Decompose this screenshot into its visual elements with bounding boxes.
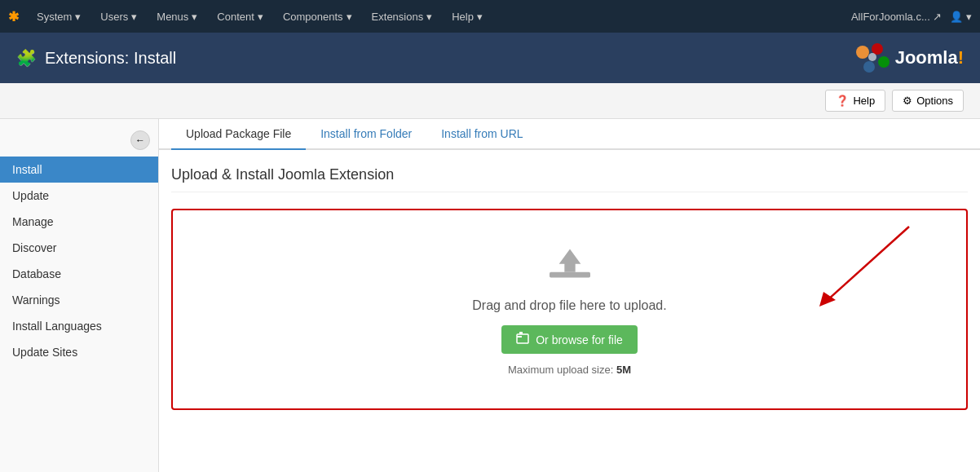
system-chevron-icon: ▾ xyxy=(75,11,81,23)
drag-drop-text: Drag and drop file here to upload. xyxy=(189,298,950,313)
help-button[interactable]: ❓ Help xyxy=(825,90,885,112)
page-header-title-group: 🧩 Extensions: Install xyxy=(16,48,176,68)
sidebar-item-manage[interactable]: Manage xyxy=(0,209,158,235)
svg-point-3 xyxy=(863,61,875,73)
help-chevron-icon: ▾ xyxy=(477,11,483,23)
options-gear-icon: ⚙ xyxy=(903,95,912,107)
upload-icon xyxy=(189,243,950,286)
content-body: Upload & Install Joomla Extension Drag a… xyxy=(159,150,980,426)
max-upload-value: 5M xyxy=(616,364,631,376)
users-chevron-icon: ▾ xyxy=(131,11,137,23)
nav-system[interactable]: System ▾ xyxy=(29,6,89,28)
max-upload-info: Maximum upload size: 5M xyxy=(189,364,950,376)
svg-point-4 xyxy=(868,53,876,61)
svg-rect-7 xyxy=(550,272,590,278)
extensions-puzzle-icon: 🧩 xyxy=(16,48,37,68)
page-header: 🧩 Extensions: Install Joomla! xyxy=(0,33,980,83)
tab-upload-package[interactable]: Upload Package File xyxy=(171,119,306,150)
content-chevron-icon: ▾ xyxy=(258,11,263,23)
menus-chevron-icon: ▾ xyxy=(192,11,197,23)
sidebar-item-update[interactable]: Update xyxy=(0,183,158,209)
help-icon: ❓ xyxy=(836,95,849,107)
toolbar: ❓ Help ⚙ Options xyxy=(0,83,980,119)
file-drop-zone[interactable]: Drag and drop file here to upload. Or br… xyxy=(171,209,968,410)
top-navbar: ✱ System ▾ Users ▾ Menus ▾ Content ▾ Com… xyxy=(0,0,980,33)
nav-content[interactable]: Content ▾ xyxy=(209,6,271,28)
components-chevron-icon: ▾ xyxy=(347,11,352,23)
svg-point-1 xyxy=(872,43,883,55)
sidebar-item-warnings[interactable]: Warnings xyxy=(0,287,158,313)
extensions-chevron-icon: ▾ xyxy=(426,11,432,23)
sidebar-item-database[interactable]: Database xyxy=(0,261,158,287)
tab-install-url[interactable]: Install from URL xyxy=(426,119,537,150)
nav-components[interactable]: Components ▾ xyxy=(275,6,360,28)
joomla-brand-icon: ✱ xyxy=(8,9,19,24)
sidebar-item-update-sites[interactable]: Update Sites xyxy=(0,339,158,365)
svg-marker-8 xyxy=(558,249,580,272)
joomla-logo-text: Joomla! xyxy=(895,47,964,68)
collapse-arrow-icon: ← xyxy=(135,135,145,146)
joomla-logo-svg xyxy=(853,42,892,73)
svg-rect-11 xyxy=(519,332,523,334)
sidebar-collapse-button[interactable]: ← xyxy=(130,130,150,150)
browse-file-icon xyxy=(516,332,529,347)
tabs-bar: Upload Package File Install from Folder … xyxy=(159,119,980,150)
nav-menus[interactable]: Menus ▾ xyxy=(148,6,205,28)
sidebar-item-install-languages[interactable]: Install Languages xyxy=(0,313,158,339)
svg-point-0 xyxy=(856,46,869,59)
page-title: Extensions: Install xyxy=(45,49,176,68)
options-button[interactable]: ⚙ Options xyxy=(892,90,964,112)
user-icon[interactable]: 👤 ▾ xyxy=(950,11,972,23)
svg-point-2 xyxy=(878,56,890,68)
nav-help[interactable]: Help ▾ xyxy=(444,6,491,28)
sidebar: ← Install Update Manage Discover Databas… xyxy=(0,119,159,472)
browse-for-file-button[interactable]: Or browse for file xyxy=(501,325,638,354)
navbar-right: AllForJoomla.c... ↗ 👤 ▾ xyxy=(851,11,972,23)
svg-rect-10 xyxy=(517,336,522,337)
sidebar-item-install[interactable]: Install xyxy=(0,157,158,183)
nav-extensions[interactable]: Extensions ▾ xyxy=(364,6,441,28)
sidebar-item-discover[interactable]: Discover xyxy=(0,235,158,261)
main-layout: ← Install Update Manage Discover Databas… xyxy=(0,119,980,472)
svg-rect-9 xyxy=(517,334,528,343)
nav-users[interactable]: Users ▾ xyxy=(92,6,145,28)
sidebar-toggle-area: ← xyxy=(0,127,158,157)
section-title: Upload & Install Joomla Extension xyxy=(171,166,968,192)
tab-install-folder[interactable]: Install from Folder xyxy=(306,119,426,150)
joomla-logo: Joomla! xyxy=(853,42,964,73)
external-link[interactable]: AllForJoomla.c... ↗ xyxy=(851,11,942,23)
content-area: Upload Package File Install from Folder … xyxy=(159,119,980,472)
